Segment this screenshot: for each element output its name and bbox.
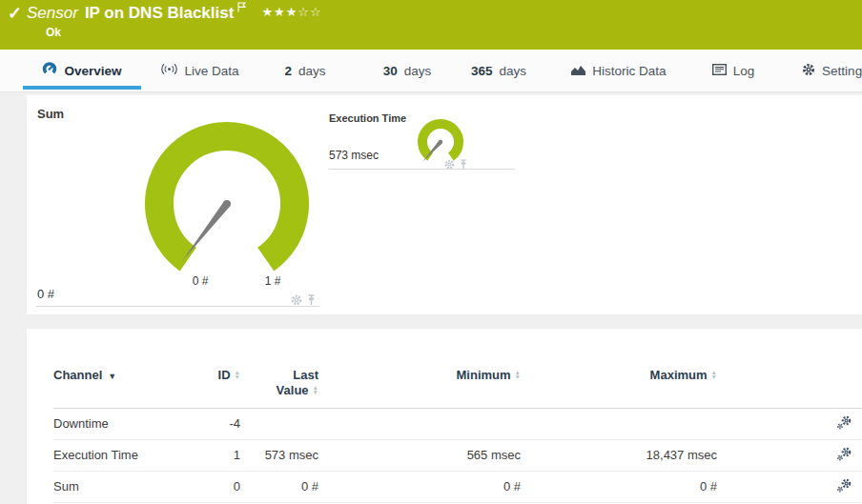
sum-gauge-scale-max: 1 # — [252, 274, 294, 288]
priority-stars[interactable]: ★★★☆☆ — [261, 5, 321, 19]
tab-log[interactable]: Log — [700, 50, 767, 91]
cell-id: -4 — [196, 408, 242, 439]
page-title: IP on DNS Blacklist — [85, 4, 235, 22]
channels-header-row: Channel▼ ID▲▼ LastValue▲▼ Minimum▲▼ Maxi… — [53, 359, 862, 408]
tab-2-days-label: days — [298, 64, 326, 78]
gear-icon — [802, 63, 815, 79]
table-row-sum: Sum 0 0 # 0 # 0 # — [53, 471, 862, 502]
tab-historic-data[interactable]: Historic Data — [561, 50, 677, 91]
cell-minimum: 565 msec — [320, 439, 523, 471]
column-header-channel[interactable]: Channel▼ — [53, 359, 196, 408]
sort-icon: ▲▼ — [711, 371, 717, 379]
tab-30-days-label: days — [404, 64, 432, 78]
cell-last-value: 0 # — [242, 471, 320, 502]
channel-settings-gears-icon[interactable] — [836, 415, 852, 433]
gauge-tile-sum: Sum 0 # 1 # 0 # — [36, 103, 319, 307]
channels-panel: Channel▼ ID▲▼ LastValue▲▼ Minimum▲▼ Maxi… — [27, 329, 862, 504]
sort-icon: ▲▼ — [313, 386, 318, 394]
broadcast-icon — [161, 63, 177, 78]
sum-gauge-pin-icon[interactable] — [307, 292, 316, 310]
sum-gauge-scale-min: 0 # — [179, 274, 221, 288]
column-header-maximum[interactable]: Maximum▲▼ — [523, 359, 719, 408]
channel-settings-gears-icon[interactable] — [836, 478, 852, 495]
sum-gauge — [143, 120, 311, 288]
stars-filled[interactable]: ★★★ — [261, 5, 298, 19]
tab-overview[interactable]: Overview — [23, 50, 141, 91]
tab-settings-label: Settings — [822, 64, 862, 78]
cell-minimum: 0 # — [320, 471, 523, 502]
tab-365-days[interactable]: 365 days — [456, 50, 542, 91]
cell-last-value — [242, 408, 320, 439]
gauge-sum-title: Sum — [37, 107, 64, 121]
tab-bar: Overview Live Data 2 days 30 days 365 da… — [0, 50, 862, 92]
cell-minimum — [320, 408, 523, 439]
sort-desc-icon: ▼ — [108, 372, 116, 381]
table-row-downtime: Downtime -4 — [53, 408, 862, 439]
tab-30-days-number: 30 — [383, 64, 398, 78]
status-ok-check-icon: ✓ — [8, 3, 22, 24]
sort-icon: ▲▼ — [515, 371, 521, 379]
cell-maximum — [523, 408, 719, 439]
gauge-execution-time-title: Execution Time — [329, 112, 406, 124]
cell-channel: Execution Time — [53, 439, 196, 471]
execution-time-gauge-pin-icon[interactable] — [460, 156, 467, 173]
channels-table: Channel▼ ID▲▼ LastValue▲▼ Minimum▲▼ Maxi… — [53, 359, 862, 503]
table-row-execution-time: Execution Time 1 573 msec 565 msec 18,43… — [53, 439, 862, 471]
sort-icon: ▲▼ — [235, 371, 240, 379]
sensor-header: ✓ SensorIP on DNS Blacklist★★★☆☆ Ok — [0, 0, 862, 50]
sensor-title-block: SensorIP on DNS Blacklist★★★☆☆ — [27, 4, 322, 23]
cell-last-value: 573 msec — [242, 439, 320, 471]
sensor-status-text: Ok — [46, 26, 61, 39]
tab-overview-label: Overview — [64, 64, 121, 78]
tab-live-data-label: Live Data — [184, 64, 238, 78]
cell-channel: Downtime — [53, 408, 196, 439]
cell-id: 0 — [196, 471, 242, 502]
tab-log-label: Log — [733, 64, 755, 78]
column-header-minimum[interactable]: Minimum▲▼ — [320, 359, 523, 408]
historic-chart-icon — [571, 64, 585, 78]
channel-settings-gears-icon[interactable] — [836, 447, 852, 464]
cell-channel: Sum — [53, 471, 196, 502]
column-header-last-value[interactable]: LastValue▲▼ — [242, 359, 320, 408]
sum-current-value: 0 # — [37, 287, 54, 301]
tab-365-days-number: 365 — [471, 64, 493, 78]
tab-2-days-number: 2 — [284, 64, 292, 78]
tab-historic-data-label: Historic Data — [592, 64, 666, 78]
execution-time-gauge-settings-gear-icon[interactable] — [444, 156, 455, 173]
cell-id: 1 — [196, 439, 242, 471]
stars-empty[interactable]: ☆☆ — [298, 5, 321, 19]
flag-icon — [237, 0, 246, 16]
tab-30-days[interactable]: 30 days — [369, 50, 445, 91]
tab-365-days-label: days — [500, 64, 527, 78]
column-header-actions — [719, 359, 862, 408]
gauge-tile-execution-time: Execution Time 573 msec — [329, 110, 515, 170]
tab-2-days[interactable]: 2 days — [270, 50, 340, 91]
gauge-icon — [42, 62, 57, 79]
tab-live-data[interactable]: Live Data — [151, 50, 250, 91]
object-kind-label: Sensor — [27, 4, 78, 22]
gauges-panel: Sum 0 # 1 # 0 # Execution Time 573 msec — [27, 95, 862, 314]
execution-time-current-value: 573 msec — [329, 149, 379, 162]
cell-maximum: 18,437 msec — [523, 439, 719, 471]
tab-settings[interactable]: Settings — [791, 50, 862, 91]
log-list-icon — [712, 64, 727, 78]
sum-gauge-settings-gear-icon[interactable] — [291, 292, 302, 310]
column-header-id[interactable]: ID▲▼ — [196, 359, 242, 408]
cell-maximum: 0 # — [523, 471, 719, 502]
